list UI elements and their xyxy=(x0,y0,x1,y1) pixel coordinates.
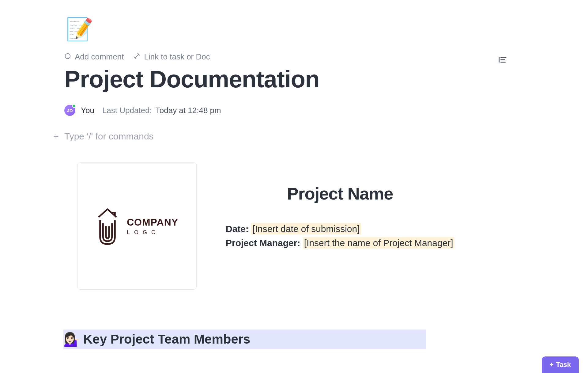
logo-company-text: COMPANY xyxy=(127,217,178,228)
command-input[interactable] xyxy=(64,131,340,142)
project-date-line[interactable]: Date: [Insert date of submission] xyxy=(226,222,454,236)
comment-icon xyxy=(64,52,71,62)
updated-label: Last Updated: xyxy=(102,106,152,115)
project-info: Project Name Date: [Insert date of submi… xyxy=(226,184,454,250)
date-label: Date: xyxy=(226,224,249,234)
pm-value: [Insert the name of Project Manager] xyxy=(303,237,454,249)
page-title[interactable]: Project Documentation xyxy=(64,65,588,93)
date-value: [Insert date of submission] xyxy=(251,223,361,234)
document-container: 📝 Add comment xyxy=(0,0,588,349)
team-title: Key Project Team Members xyxy=(83,332,250,347)
team-section-header[interactable]: 💁🏻‍♀️ Key Project Team Members xyxy=(63,329,426,349)
logo-text-block: COMPANY LOGO xyxy=(127,217,178,236)
add-comment-label: Add comment xyxy=(75,52,124,62)
logo-inner: COMPANY LOGO xyxy=(96,206,178,246)
company-logo-icon xyxy=(96,206,119,246)
plus-icon[interactable]: + xyxy=(52,131,60,142)
team-emoji-icon: 💁🏻‍♀️ xyxy=(63,331,80,347)
meta-row: JD You Last Updated: Today at 12:48 pm xyxy=(64,105,588,116)
add-comment-button[interactable]: Add comment xyxy=(64,52,124,62)
company-logo-card[interactable]: COMPANY LOGO xyxy=(77,162,197,290)
document-emoji-icon[interactable]: 📝 xyxy=(64,14,95,44)
avatar-initials: JD xyxy=(67,108,73,113)
link-task-button[interactable]: Link to task or Doc xyxy=(134,52,210,62)
online-status-dot xyxy=(72,104,76,108)
toc-toggle-icon[interactable] xyxy=(498,57,507,64)
project-name-heading[interactable]: Project Name xyxy=(226,184,454,204)
action-row: Add comment Link to task or Doc xyxy=(64,52,588,62)
task-fab-label: Task xyxy=(556,361,571,369)
command-row: + xyxy=(52,131,588,142)
link-task-label: Link to task or Doc xyxy=(144,52,210,62)
updated-value: Today at 12:48 pm xyxy=(156,106,221,115)
link-icon xyxy=(134,52,140,62)
project-block: COMPANY LOGO Project Name Date: [Insert … xyxy=(77,162,588,290)
avatar[interactable]: JD xyxy=(64,105,75,116)
pm-label: Project Manager: xyxy=(226,238,300,248)
task-fab-button[interactable]: + Task xyxy=(542,356,579,373)
svg-point-4 xyxy=(65,54,70,59)
logo-sub-text: LOGO xyxy=(127,229,178,236)
project-manager-line[interactable]: Project Manager: [Insert the name of Pro… xyxy=(226,236,454,250)
plus-icon: + xyxy=(550,361,554,369)
author-name[interactable]: You xyxy=(81,106,94,115)
